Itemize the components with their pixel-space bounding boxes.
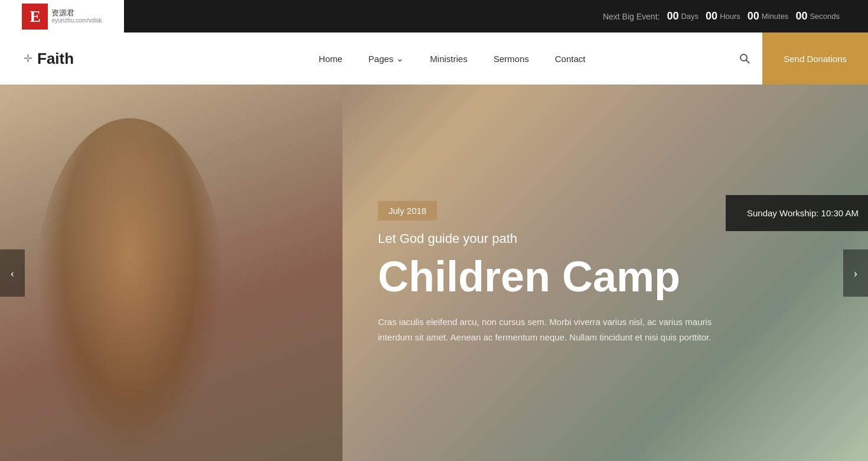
hero-subtitle: Let God guide your path (378, 231, 821, 246)
chevron-down-icon: ⌄ (396, 53, 404, 64)
donate-button[interactable]: Send Donations (762, 33, 868, 85)
nav-sermons[interactable]: Sermons (481, 54, 542, 64)
logo-url: eyunzhu.com/vdisk (51, 17, 102, 24)
top-bar: Next Big Event: 00 Days 00 Hours 00 Minu… (0, 0, 868, 33)
seconds-label: Seconds (810, 12, 840, 21)
nav-links: Home Pages ⌄ Ministries Sermons Contact (177, 53, 727, 64)
hours-label: Hours (720, 12, 740, 21)
brand-name: Faith (37, 50, 74, 68)
logo-area[interactable]: E 资源君 eyunzhu.com/vdisk (0, 0, 124, 33)
logo-text: 资源君 eyunzhu.com/vdisk (51, 8, 102, 25)
countdown-timer: 00 Days 00 Hours 00 Minutes 00 Seconds (667, 10, 844, 22)
nav-home[interactable]: Home (306, 54, 355, 64)
days-label: Days (681, 12, 699, 21)
event-label: Next Big Event: (603, 12, 660, 21)
seconds-number: 00 (795, 10, 807, 22)
hours-number: 00 (706, 10, 717, 22)
next-slide-button[interactable]: › (843, 249, 868, 297)
logo-letter: E (22, 4, 48, 30)
logo-chinese: 资源君 (51, 8, 102, 18)
nav-contact[interactable]: Contact (542, 54, 599, 64)
hero-description: Cras iaculis eleifend arcu, non cursus s… (378, 314, 744, 345)
sunday-badge: Sunday Workship: 10:30 AM (726, 195, 868, 231)
prev-slide-button[interactable]: ‹ (0, 249, 25, 297)
svg-line-1 (746, 60, 750, 64)
search-icon[interactable] (727, 53, 762, 64)
hero-photo (0, 85, 342, 461)
days-number: 00 (667, 10, 678, 22)
navbar: ✛ Faith Home Pages ⌄ Ministries Sermons … (0, 33, 868, 85)
hero-background: Sunday Workship: 10:30 AM July 2018 Let … (0, 85, 868, 461)
nav-brand[interactable]: ✛ Faith (0, 50, 177, 68)
nav-ministries[interactable]: Ministries (417, 54, 480, 64)
nav-pages[interactable]: Pages ⌄ (355, 53, 417, 64)
cross-icon: ✛ (24, 52, 32, 65)
minutes-label: Minutes (762, 12, 789, 21)
date-badge: July 2018 (378, 201, 437, 220)
hero-content: Sunday Workship: 10:30 AM July 2018 Let … (342, 177, 868, 368)
minutes-number: 00 (748, 10, 759, 22)
hero-title: Children Camp (378, 254, 821, 300)
svg-point-0 (740, 54, 747, 61)
hero-section: Sunday Workship: 10:30 AM July 2018 Let … (0, 85, 868, 461)
